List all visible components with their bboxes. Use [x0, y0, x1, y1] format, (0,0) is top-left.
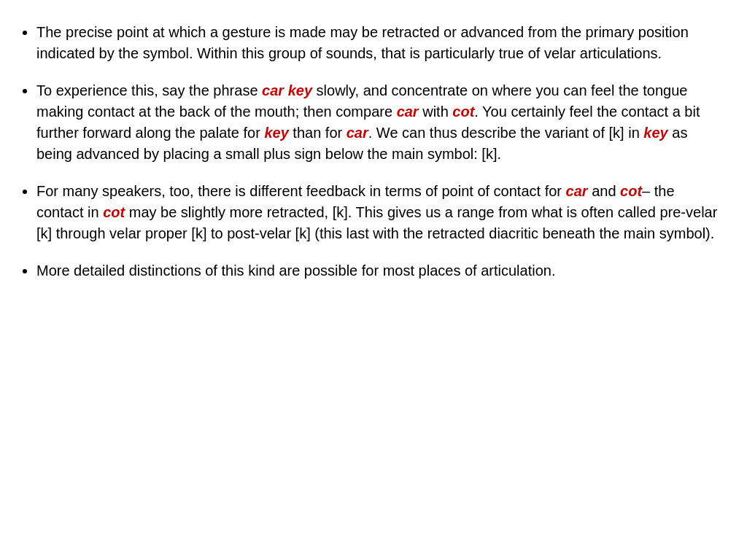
- key-highlight-2: key: [643, 125, 667, 141]
- bullet-3-text: For many speakers, too, there is differe…: [36, 183, 717, 241]
- car-key-highlight: car key: [262, 82, 312, 98]
- bullet-1-text: The precise point at which a gesture is …: [36, 24, 689, 61]
- bullet-4-text: More detailed distinctions of this kind …: [36, 262, 555, 279]
- cot-highlight-1: cot: [452, 104, 474, 120]
- list-item-1: The precise point at which a gesture is …: [36, 22, 718, 64]
- cot-highlight-2: cot: [620, 183, 642, 199]
- car-highlight-1: car: [397, 104, 419, 120]
- car-highlight-3: car: [566, 183, 588, 199]
- list-item-2: To experience this, say the phrase car k…: [36, 80, 718, 165]
- bullet-list: The precise point at which a gesture is …: [22, 22, 718, 281]
- main-content: The precise point at which a gesture is …: [0, 0, 747, 319]
- list-item-3: For many speakers, too, there is differe…: [36, 181, 718, 244]
- car-highlight-2: car: [347, 125, 368, 141]
- list-item-4: More detailed distinctions of this kind …: [36, 260, 718, 281]
- bullet-2-text: To experience this, say the phrase car k…: [36, 82, 700, 162]
- key-highlight-1: key: [264, 125, 288, 141]
- cot-highlight-3: cot: [103, 204, 125, 220]
